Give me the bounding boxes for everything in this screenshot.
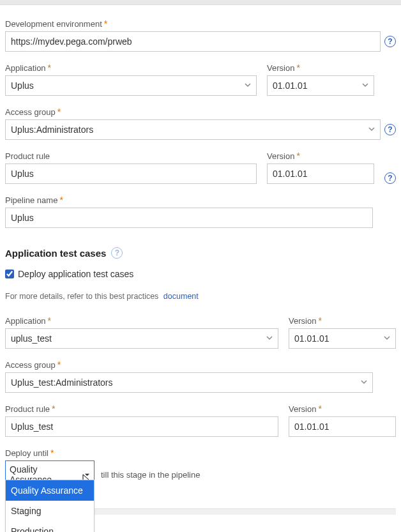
label-version: Version *	[267, 63, 374, 73]
required-asterisk: *	[104, 19, 107, 28]
required-asterisk: *	[52, 404, 55, 413]
help-icon[interactable]: ?	[111, 247, 123, 259]
deploy-option-qa[interactable]: Quality Assurance	[6, 480, 94, 501]
access-group-select[interactable]	[5, 119, 381, 140]
deploy-hint: till this stage in the pipeline	[101, 470, 200, 480]
label-deploy-until: Deploy until *	[5, 448, 396, 458]
form-container: Development environment * ? Application …	[0, 5, 401, 489]
required-asterisk: *	[57, 107, 61, 116]
hint-text-row: For more details, refer to this best pra…	[5, 292, 396, 301]
label-pipeline-name: Pipeline name *	[5, 195, 396, 205]
group-product-rule: Product rule Version * ?	[5, 151, 396, 184]
test-application-select[interactable]	[5, 328, 278, 349]
required-asterisk: *	[296, 151, 299, 160]
label-text: Application	[5, 63, 46, 73]
help-icon[interactable]: ?	[384, 172, 396, 184]
group-test-application: Application * Version *	[5, 316, 396, 349]
label-text: Application	[5, 316, 46, 326]
deploy-checkbox-row: Deploy application test cases	[5, 269, 396, 279]
group-access-group: Access group * ?	[5, 107, 396, 140]
label-test-access-group: Access group *	[5, 360, 396, 370]
label-application: Application *	[5, 63, 257, 73]
group-application: Application * Version *	[5, 63, 396, 96]
hint-link[interactable]: document	[163, 292, 199, 301]
dev-env-input[interactable]	[5, 31, 381, 52]
group-dev-env: Development environment * ?	[5, 19, 396, 52]
label-test-product-rule: Product rule *	[5, 404, 278, 414]
label-product-version: Version *	[267, 151, 374, 161]
label-text: Version	[289, 316, 316, 326]
label-text: Development environment	[5, 19, 102, 29]
required-asterisk: *	[48, 63, 51, 72]
required-asterisk: *	[318, 404, 321, 413]
required-asterisk: *	[50, 448, 54, 457]
deploy-dropdown: Quality Assurance Staging Production	[5, 480, 95, 532]
required-asterisk: *	[59, 195, 63, 204]
label-text: Version	[289, 404, 316, 414]
label-dev-env: Development environment *	[5, 19, 396, 29]
application-select[interactable]	[5, 75, 257, 96]
label-test-application: Application *	[5, 316, 278, 326]
required-asterisk: *	[57, 360, 61, 369]
test-access-group-select[interactable]	[5, 372, 373, 393]
hint-text: For more details, refer to this best pra…	[5, 292, 158, 301]
label-product-rule: Product rule	[5, 151, 257, 161]
label-text: Product rule	[5, 151, 50, 161]
required-asterisk: *	[48, 316, 51, 325]
group-pipeline-name: Pipeline name *	[5, 195, 396, 228]
help-icon[interactable]: ?	[384, 124, 396, 135]
deploy-test-checkbox[interactable]	[5, 270, 14, 278]
app-version-select[interactable]	[267, 75, 374, 96]
test-product-version-input[interactable]	[289, 416, 396, 437]
heading-group: Application test cases ?	[5, 247, 396, 259]
deploy-option-production[interactable]: Production	[6, 521, 94, 532]
label-text: Access group	[5, 107, 56, 117]
label-text: Version	[267, 151, 294, 161]
label-text: Access group	[5, 360, 56, 370]
label-text: Pipeline name	[5, 195, 57, 205]
product-version-input[interactable]	[267, 163, 374, 184]
top-bar	[0, 0, 401, 5]
pipeline-name-input[interactable]	[5, 208, 373, 228]
label-test-product-version: Version *	[289, 404, 396, 414]
product-rule-input[interactable]	[5, 163, 257, 184]
group-deploy-until: Deploy until * Quality Assurance till th…	[5, 448, 396, 489]
label-access-group: Access group *	[5, 107, 396, 117]
spacer	[384, 84, 396, 96]
deploy-option-staging[interactable]: Staging	[6, 501, 94, 521]
required-asterisk: *	[318, 316, 321, 325]
dropdown-caret-icon	[84, 469, 90, 480]
help-icon[interactable]: ?	[384, 36, 396, 47]
required-asterisk: *	[296, 63, 299, 72]
test-cases-heading: Application test cases	[5, 248, 106, 259]
label-text: Product rule	[5, 404, 50, 414]
group-test-product-rule: Product rule * Version *	[5, 404, 396, 437]
test-app-version-select[interactable]	[289, 328, 396, 349]
label-text: Version	[267, 63, 294, 73]
test-product-rule-input[interactable]	[5, 416, 278, 437]
deploy-test-label[interactable]: Deploy application test cases	[18, 269, 133, 279]
group-test-access-group: Access group *	[5, 360, 396, 393]
label-text: Deploy until	[5, 448, 49, 458]
label-test-version: Version *	[289, 316, 396, 326]
